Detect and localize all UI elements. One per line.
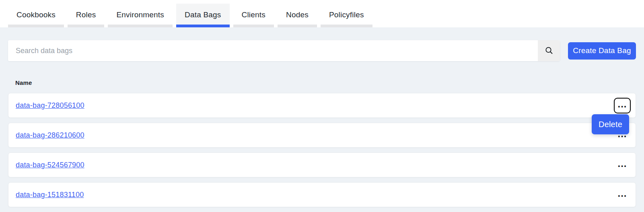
search-input[interactable] <box>8 40 538 61</box>
table-row: data-bag-524567900 ... <box>8 152 636 177</box>
data-bag-list: data-bag-728056100 ... Delete data-bag-2… <box>8 93 636 207</box>
ellipsis-icon: ... <box>617 99 627 109</box>
tab-bar: Cookbooks Roles Environments Data Bags C… <box>0 0 644 27</box>
row-menu-button[interactable]: ... <box>614 157 631 173</box>
data-bag-link[interactable]: data-bag-728056100 <box>16 101 84 110</box>
data-bag-link[interactable]: data-bag-286210600 <box>16 131 84 140</box>
table-row: data-bag-286210600 ... <box>8 123 636 148</box>
tab-policyfiles[interactable]: Policyfiles <box>321 4 372 27</box>
data-bag-link[interactable]: data-bag-151831100 <box>16 191 84 199</box>
main-content: Create Data Bag Name data-bag-728056100 … <box>0 40 644 207</box>
create-data-bag-button[interactable]: Create Data Bag <box>568 42 636 60</box>
table-column-header-name: Name <box>15 79 636 86</box>
table-row: data-bag-151831100 ... <box>8 182 636 207</box>
row-menu-button[interactable]: ... <box>614 98 631 113</box>
ellipsis-icon: ... <box>617 189 627 198</box>
tab-environments[interactable]: Environments <box>108 4 173 27</box>
delete-menu-item[interactable]: Delete <box>592 114 629 134</box>
toolbar: Create Data Bag <box>8 40 636 61</box>
data-bags-page: Cookbooks Roles Environments Data Bags C… <box>0 0 644 212</box>
tab-clients[interactable]: Clients <box>233 4 274 27</box>
tab-cookbooks[interactable]: Cookbooks <box>8 4 64 27</box>
search-button[interactable] <box>538 40 560 61</box>
ellipsis-icon: ... <box>617 159 627 169</box>
search-icon <box>545 46 553 55</box>
search-bar <box>8 40 560 61</box>
tab-roles[interactable]: Roles <box>68 4 105 27</box>
tab-nodes[interactable]: Nodes <box>278 4 317 27</box>
table-row: data-bag-728056100 ... Delete <box>8 93 636 118</box>
tab-data-bags[interactable]: Data Bags <box>176 4 230 27</box>
data-bag-link[interactable]: data-bag-524567900 <box>16 161 84 169</box>
row-menu-button[interactable]: ... <box>614 187 631 203</box>
